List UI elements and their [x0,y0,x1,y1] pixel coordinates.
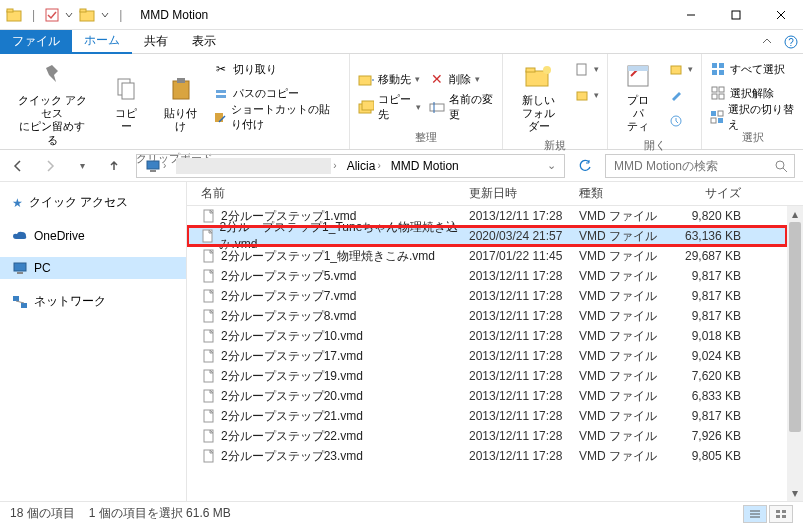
sidebar-network[interactable]: ネットワーク [0,289,186,314]
sidebar-quick-access[interactable]: ★クイック アクセス [0,190,186,215]
file-row[interactable]: 2分ループステップ22.vmd2013/12/11 17:28VMD ファイル7… [187,426,787,446]
select-all-button[interactable]: すべて選択 [710,58,795,80]
open-button[interactable]: ▾ [668,58,693,80]
file-row[interactable]: 2分ループステップ21.vmd2013/12/11 17:28VMD ファイル9… [187,406,787,426]
refresh-button[interactable] [577,159,593,173]
svg-rect-48 [14,263,26,271]
deselect-button[interactable]: 選択解除 [710,82,795,104]
cloud-icon [12,230,28,242]
file-type: VMD ファイル [579,428,673,445]
new-item-button[interactable]: ▾ [574,58,599,80]
svg-rect-6 [732,11,740,19]
sidebar-pc[interactable]: PC [0,257,186,279]
file-icon [201,408,217,424]
breadcrumb-dropdown[interactable]: ⌄ [543,159,560,172]
search-icon [774,159,788,173]
file-row[interactable]: 2分ループステップ8.vmd2013/12/11 17:28VMD ファイル9,… [187,306,787,326]
scissors-icon: ✂ [213,61,229,77]
svg-rect-37 [719,87,724,92]
back-button[interactable] [8,158,28,174]
file-row[interactable]: 2分ループステップ1_Tuneちゃん物理焼き込み.vmd2020/03/24 2… [187,226,787,246]
copy-path-button[interactable]: パスのコピー [213,82,341,104]
file-row[interactable]: 2分ループステップ23.vmd2013/12/11 17:28VMD ファイル9… [187,446,787,466]
breadcrumb[interactable]: › › Alicia› MMD Motion ⌄ [136,154,565,178]
file-row[interactable]: 2分ループステップ10.vmd2013/12/11 17:28VMD ファイル9… [187,326,787,346]
search-box[interactable] [605,154,795,178]
file-row[interactable]: 2分ループステップ20.vmd2013/12/11 17:28VMD ファイル6… [187,386,787,406]
file-row[interactable]: 2分ループステップ19.vmd2013/12/11 17:28VMD ファイル7… [187,366,787,386]
recent-dropdown[interactable]: ▾ [72,160,92,171]
new-folder-button[interactable]: 新しい フォルダー [511,58,566,136]
header-type[interactable]: 種類 [579,185,673,202]
pin-quick-access-button[interactable]: クイック アクセス にピン留めする [8,58,96,149]
rename-button[interactable]: 名前の変更 [429,96,494,118]
file-row[interactable]: 2分ループステップ5.vmd2013/12/11 17:28VMD ファイル9,… [187,266,787,286]
new-folder-icon [523,60,555,92]
up-button[interactable] [104,158,124,174]
svg-rect-30 [671,66,681,74]
cut-button[interactable]: ✂切り取り [213,58,341,80]
header-size[interactable]: サイズ [673,185,763,202]
invert-selection-button[interactable]: 選択の切り替え [710,106,795,128]
file-row[interactable]: 2分ループステップ7.vmd2013/12/11 17:28VMD ファイル9,… [187,286,787,306]
qat-dropdown-icon-2[interactable] [101,11,109,19]
scroll-thumb[interactable] [789,222,801,432]
easy-access-button[interactable]: ▾ [574,84,599,106]
file-date: 2013/12/11 17:28 [469,349,579,363]
svg-rect-35 [719,70,724,75]
file-name: 2分ループステップ7.vmd [221,288,356,305]
forward-button[interactable] [40,158,60,174]
sidebar: ★クイック アクセス OneDrive PC ネットワーク [0,182,187,501]
shortcut-icon [213,109,227,125]
svg-rect-69 [776,510,780,513]
crumb-mmd-motion[interactable]: MMD Motion [387,159,463,173]
close-button[interactable] [758,0,803,30]
minimize-button[interactable] [668,0,713,30]
header-date[interactable]: 更新日時 [469,185,579,202]
crumb-alicia[interactable]: Alicia› [343,159,385,173]
qat-checkbox-icon[interactable] [45,8,59,22]
scroll-up-icon[interactable]: ▴ [787,206,803,222]
edit-button[interactable] [668,84,693,106]
delete-button[interactable]: ✕削除▾ [429,68,494,90]
large-icons-view-button[interactable] [769,505,793,523]
file-row[interactable]: 2分ループステップ17.vmd2013/12/11 17:28VMD ファイル9… [187,346,787,366]
history-button[interactable] [668,110,693,132]
scroll-down-icon[interactable]: ▾ [787,485,803,501]
paste-shortcut-button[interactable]: ショートカットの貼り付け [213,106,341,128]
file-row[interactable]: 2分ループステップ1_物理焼きこみ.vmd2017/01/22 11:45VMD… [187,246,787,266]
redacted-crumb[interactable]: › [172,158,340,174]
move-to-button[interactable]: 移動先▾ [358,68,421,90]
details-view-button[interactable] [743,505,767,523]
tab-file[interactable]: ファイル [0,30,72,54]
svg-point-25 [543,66,551,74]
svg-rect-32 [712,63,717,68]
collapse-ribbon-icon[interactable] [755,30,779,54]
file-name: 2分ループステップ20.vmd [221,388,363,405]
maximize-button[interactable] [713,0,758,30]
help-icon[interactable]: ? [779,30,803,54]
svg-rect-29 [628,66,648,71]
path-icon [213,85,229,101]
header-name[interactable]: 名前 [187,185,469,202]
copy-button[interactable]: コピー [104,58,148,149]
paste-button[interactable]: 貼り付け [156,58,205,149]
tab-home[interactable]: ホーム [72,30,132,54]
vertical-scrollbar[interactable]: ▴ ▾ [787,206,803,501]
file-list: 2分ループステップ1.vmd2013/12/11 17:28VMD ファイル9,… [187,206,787,501]
file-name: 2分ループステップ17.vmd [221,348,363,365]
tab-view[interactable]: 表示 [180,30,228,54]
tab-share[interactable]: 共有 [132,30,180,54]
file-date: 2013/12/11 17:28 [469,429,579,443]
pc-crumb-icon[interactable]: › [141,159,170,173]
properties-button[interactable]: プロパ ティ [616,58,660,136]
qat-dropdown-icon[interactable] [65,11,73,19]
folder-small-icon [79,7,95,23]
copy-to-button[interactable]: コピー先▾ [358,96,421,118]
rename-icon [429,99,445,115]
sidebar-onedrive[interactable]: OneDrive [0,225,186,247]
file-size: 7,926 KB [673,429,763,443]
search-input[interactable] [612,158,774,174]
separator-icon: | [32,8,35,22]
properties-icon [622,60,654,92]
